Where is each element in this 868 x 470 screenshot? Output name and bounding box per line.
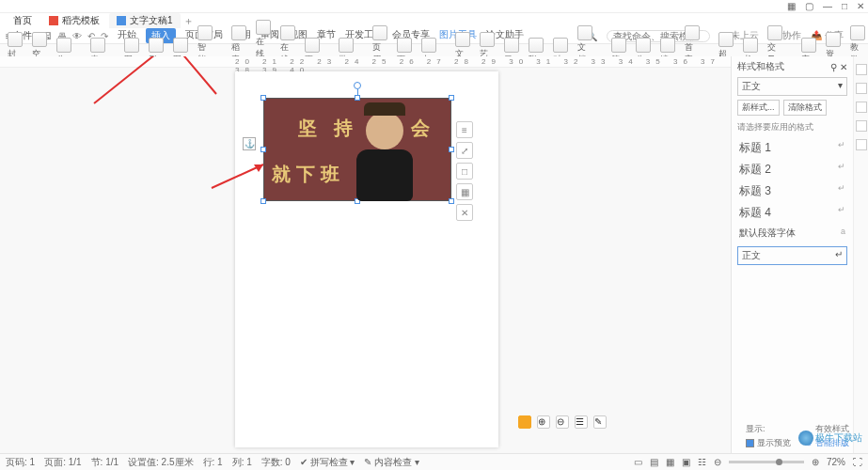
panel-title: 样式和格式 [737,60,784,73]
status-pos: 设置值: 2.5厘米 [128,456,193,469]
styles-panel: 样式和格式 ⚲ ✕ 正文▾ 新样式... 清除格式 请选择要应用的格式 标题 1… [731,56,853,453]
style-heading2[interactable]: 标题 2↵ [737,159,847,180]
maximize-icon[interactable]: □ [842,1,847,11]
assist-icon-4[interactable]: ✎ [593,415,607,429]
rail-limit-icon[interactable] [856,102,867,113]
document-tabs: 首页 稻壳模板 文字文稿1 ＋ [0,13,868,28]
resize-handle-br[interactable] [449,198,454,204]
zoom-slider[interactable] [729,461,804,463]
tab-home[interactable]: 首页 [6,13,39,28]
style-default-font[interactable]: 默认段落字体a [737,224,847,243]
right-rail [853,56,868,453]
float-tool-crop[interactable]: □ [456,163,473,180]
tab-home-label: 首页 [13,14,32,27]
view-mode-2-icon[interactable]: ▤ [650,457,658,467]
show-label: 显示: [746,423,765,435]
status-line: 行: 1 [203,456,223,469]
resize-handle-tr[interactable] [449,95,454,101]
float-tool-layout[interactable]: ≡ [456,121,473,138]
statusbar: 页码: 1 页面: 1/1 节: 1/1 设置值: 2.5厘米 行: 1 列: … [0,453,868,470]
zoom-out-icon[interactable]: ⊖ [714,457,721,467]
image-text-3: 就下班 [272,162,345,187]
image-text-1: 坚 持 [298,116,358,141]
doc-icon [117,16,126,25]
zoom-in-icon[interactable]: ⊕ [812,457,819,467]
current-style-dropdown[interactable]: 正文▾ [737,77,847,96]
document-canvas[interactable]: 6 4 2 1 2 3 4 5 6 7 8 9 10 11 12 13 14 1… [0,56,731,453]
style-heading3[interactable]: 标题 3↵ [737,180,847,202]
status-col: 列: 1 [232,456,252,469]
assist-icon-3[interactable]: ☰ [575,415,588,429]
rail-select-icon[interactable] [856,83,867,94]
float-tool-delete[interactable]: ✕ [456,204,473,221]
chevron-down-icon: ▾ [838,80,843,93]
inserted-image[interactable]: 坚 持 会 就下班 ≡ ⤢ □ ▦ ✕ [263,98,451,201]
view-mode-5-icon[interactable]: ☷ [698,457,706,467]
anchor-icon: ⚓ [243,137,256,150]
status-content[interactable]: ✎ 内容检查 ▾ [364,456,419,469]
view-mode-4-icon[interactable]: ▣ [682,457,690,467]
status-spell[interactable]: ✔ 拼写检查 ▾ [300,456,355,469]
tab-template-label: 稻壳模板 [62,14,100,27]
rail-style-icon[interactable] [856,64,867,75]
rail-backup-icon[interactable] [856,139,867,150]
style-body-selected[interactable]: 正文↵ [737,246,847,265]
fullscreen-icon[interactable]: ⛶ [853,457,862,467]
status-section: 节: 1/1 [91,456,118,469]
minimize-icon[interactable]: — [823,1,832,11]
doc-assist-strip: ⊕ ⊖ ☰ ✎ [518,415,607,429]
qat-preview-icon[interactable]: 👁 [72,31,82,41]
template-icon [49,16,58,25]
resize-handle-ml[interactable] [260,147,266,152]
view-mode-3-icon[interactable]: ▦ [666,457,674,467]
tab-template[interactable]: 稻壳模板 [41,13,107,28]
new-tab-button[interactable]: ＋ [182,14,196,27]
resize-handle-tl[interactable] [260,95,266,101]
status-chars: 字数: 0 [261,456,291,469]
float-tool-grid[interactable]: ▦ [456,183,473,200]
style-heading4[interactable]: 标题 4↵ [737,202,847,224]
image-float-toolbar: ≡ ⤢ □ ▦ ✕ [456,121,473,221]
ruler-horizontal: 6 4 2 1 2 3 4 5 6 7 8 9 10 11 12 13 14 1… [0,56,731,68]
box-icon[interactable]: ▢ [805,1,813,11]
style-heading1[interactable]: 标题 1↵ [737,137,847,159]
grid-icon[interactable]: ▦ [787,1,796,11]
rotate-handle[interactable] [354,82,361,89]
image-figure [352,104,418,198]
page[interactable]: ⚓ 坚 持 会 就下班 ≡ [235,71,498,447]
tab-document[interactable]: 文字文稿1 [109,13,181,28]
assist-icon-1[interactable]: ⊕ [537,415,550,429]
status-pages: 页面: 1/1 [44,456,81,469]
view-mode-1-icon[interactable]: ▭ [634,457,642,467]
assist-main-icon[interactable] [518,415,531,429]
resize-handle-bl[interactable] [260,198,266,204]
new-style-button[interactable]: 新样式... [737,100,780,116]
status-page: 页码: 1 [6,456,35,469]
clear-format-button[interactable]: 清除格式 [783,100,827,116]
panel-pin-icon[interactable]: ⚲ [830,62,837,72]
float-tool-wrap[interactable]: ⤢ [456,142,473,159]
rail-prop-icon[interactable] [856,120,867,132]
assist-icon-2[interactable]: ⊖ [556,415,569,429]
watermark-logo: 极牛下载站 [798,431,862,446]
resize-handle-mr[interactable] [449,147,454,152]
apply-prompt: 请选择要应用的格式 [737,121,847,133]
resize-handle-tm[interactable] [355,95,360,101]
tab-doc-label: 文字文稿1 [130,14,173,27]
zoom-value[interactable]: 72% [827,457,845,467]
close-icon[interactable]: ✕ [857,1,864,11]
panel-close-icon[interactable]: ✕ [840,62,847,72]
show-preview-checkbox[interactable]: 显示预览 [746,437,791,449]
